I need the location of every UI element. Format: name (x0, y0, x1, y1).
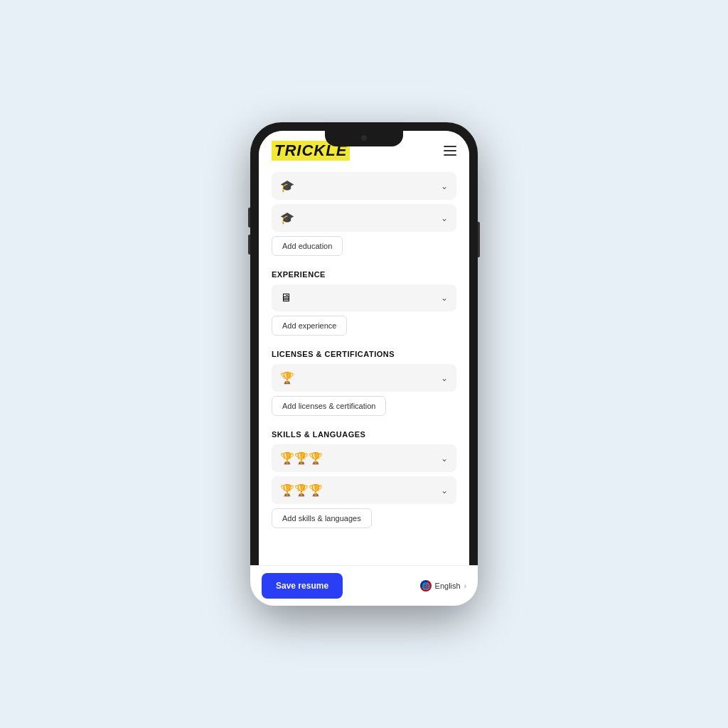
main-content: 🎓 ⌄ 🎓 ⌄ Add education EXPERIENCE 🖥 ⌄ Add… (259, 168, 469, 589)
experience-section-title: EXPERIENCE (272, 270, 456, 279)
chevron-icon-2: ⌄ (441, 213, 448, 223)
add-licenses-button[interactable]: Add licenses & certification (272, 396, 386, 416)
education-icon-2: 🎓 (280, 211, 294, 225)
save-resume-button[interactable]: Save resume (262, 573, 343, 597)
chevron-icon-1: ⌄ (441, 181, 448, 191)
language-chevron-icon: › (464, 582, 466, 590)
chevron-icon-4: ⌄ (441, 373, 448, 383)
experience-icon-1: 🖥 (280, 291, 291, 304)
hamburger-line-2 (444, 150, 456, 151)
skills-icon-2: 🏆🏆🏆 (280, 483, 323, 497)
hamburger-line-1 (444, 146, 456, 147)
skills-icon-1: 🏆🏆🏆 (280, 451, 323, 465)
licenses-section-title: LICENSES & CERTIFICATIONS (272, 350, 456, 358)
skills-item-1[interactable]: 🏆🏆🏆 ⌄ (272, 444, 456, 472)
hamburger-menu[interactable] (444, 146, 456, 156)
language-label: English (435, 582, 461, 590)
bottom-bar: Save resume 🌐 English › (259, 565, 469, 597)
vol-down-button (248, 235, 250, 255)
hamburger-line-3 (444, 154, 456, 156)
licenses-item-1[interactable]: 🏆 ⌄ (272, 364, 456, 392)
skills-item-2[interactable]: 🏆🏆🏆 ⌄ (272, 476, 456, 504)
power-button (478, 222, 480, 257)
add-education-button[interactable]: Add education (272, 236, 343, 256)
education-item-2[interactable]: 🎓 ⌄ (272, 204, 456, 232)
chevron-icon-3: ⌄ (441, 293, 448, 303)
skills-section-title: SKILLS & LANGUAGES (272, 430, 456, 439)
language-selector[interactable]: 🌐 English › (420, 580, 466, 592)
education-icon-1: 🎓 (280, 179, 294, 193)
chevron-icon-6: ⌄ (441, 486, 448, 496)
chevron-icon-5: ⌄ (441, 454, 448, 464)
education-item-1[interactable]: 🎓 ⌄ (272, 172, 456, 200)
add-experience-button[interactable]: Add experience (272, 316, 347, 336)
flag-icon: 🌐 (420, 580, 432, 592)
screen-content: 🎓 ⌄ 🎓 ⌄ Add education EXPERIENCE 🖥 ⌄ Add… (259, 168, 469, 597)
experience-item-1[interactable]: 🖥 ⌄ (272, 284, 456, 311)
phone-screen: TRICKLE 🎓 ⌄ 🎓 ⌄ Add education (259, 131, 469, 597)
phone-camera (361, 135, 367, 141)
licenses-icon-1: 🏆 (280, 371, 294, 385)
phone-frame: TRICKLE 🎓 ⌄ 🎓 ⌄ Add education (250, 122, 478, 606)
add-skills-button[interactable]: Add skills & languages (272, 508, 372, 528)
vol-up-button (248, 208, 250, 228)
